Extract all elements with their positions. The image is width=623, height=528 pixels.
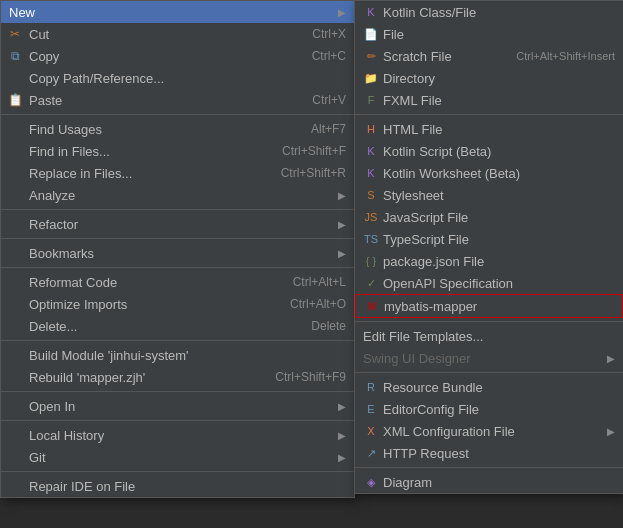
submenu-file[interactable]: 📄 File (355, 23, 623, 45)
find-usages-label: Find Usages (29, 122, 291, 137)
kotlin-worksheet-label: Kotlin Worksheet (Beta) (383, 166, 615, 181)
menu-item-rebuild[interactable]: Rebuild 'mapper.zjh' Ctrl+Shift+F9 (1, 366, 354, 388)
resource-bundle-icon: R (363, 379, 379, 395)
rebuild-shortcut: Ctrl+Shift+F9 (275, 370, 346, 384)
js-label: JavaScript File (383, 210, 615, 225)
resource-bundle-label: Resource Bundle (383, 380, 615, 395)
stylesheet-label: Stylesheet (383, 188, 615, 203)
fxml-label: FXML File (383, 93, 615, 108)
submenu-xml-config[interactable]: X XML Configuration File ▶ (355, 420, 623, 442)
submenu-kotlin-class[interactable]: K Kotlin Class/File (355, 1, 623, 23)
directory-label: Directory (383, 71, 615, 86)
rebuild-label: Rebuild 'mapper.zjh' (29, 370, 255, 385)
submenu-http-request[interactable]: ↗ HTTP Request (355, 442, 623, 464)
scratch-file-shortcut: Ctrl+Alt+Shift+Insert (516, 50, 615, 62)
scratch-file-label: Scratch File (383, 49, 506, 64)
ts-label: TypeScript File (383, 232, 615, 247)
submenu-openapi[interactable]: ✓ OpenAPI Specification (355, 272, 623, 294)
submenu-kotlin-script[interactable]: K Kotlin Script (Beta) (355, 140, 623, 162)
ts-file-icon: TS (363, 231, 379, 247)
menu-item-refactor[interactable]: Refactor ▶ (1, 213, 354, 235)
delete-shortcut: Delete (311, 319, 346, 333)
menu-item-reformat-code[interactable]: Reformat Code Ctrl+Alt+L (1, 271, 354, 293)
paste-label: Paste (29, 93, 292, 108)
submenu-directory[interactable]: 📁 Directory (355, 67, 623, 89)
xml-config-arrow: ▶ (607, 426, 615, 437)
directory-icon: 📁 (363, 70, 379, 86)
menu-item-analyze[interactable]: Analyze ▶ (1, 184, 354, 206)
menu-item-local-history[interactable]: Local History ▶ (1, 424, 354, 446)
menu-item-optimize-imports[interactable]: Optimize Imports Ctrl+Alt+O (1, 293, 354, 315)
analyze-label: Analyze (29, 188, 334, 203)
edit-file-templates-label: Edit File Templates... (363, 329, 615, 344)
menu-item-cut[interactable]: ✂ Cut Ctrl+X (1, 23, 354, 45)
menu-item-find-usages[interactable]: Find Usages Alt+F7 (1, 118, 354, 140)
sub-separator-1 (355, 114, 623, 115)
submenu-html-file[interactable]: H HTML File (355, 118, 623, 140)
separator-2 (1, 209, 354, 210)
submenu-stylesheet[interactable]: S Stylesheet (355, 184, 623, 206)
submenu-diagram[interactable]: ◈ Diagram (355, 471, 623, 493)
diagram-icon: ◈ (363, 474, 379, 490)
js-file-icon: JS (363, 209, 379, 225)
kotlin-script-label: Kotlin Script (Beta) (383, 144, 615, 159)
copy-icon: ⧉ (7, 48, 23, 64)
reformat-code-label: Reformat Code (29, 275, 273, 290)
editorconfig-icon: E (363, 401, 379, 417)
cut-label: Cut (29, 27, 292, 42)
menu-item-git[interactable]: Git ▶ (1, 446, 354, 468)
local-history-arrow: ▶ (338, 430, 346, 441)
menu-item-paste[interactable]: 📋 Paste Ctrl+V (1, 89, 354, 111)
submenu-resource-bundle[interactable]: R Resource Bundle (355, 376, 623, 398)
menu-item-bookmarks[interactable]: Bookmarks ▶ (1, 242, 354, 264)
package-json-label: package.json File (383, 254, 615, 269)
context-menu: New ▶ ✂ Cut Ctrl+X ⧉ Copy Ctrl+C Copy Pa… (0, 0, 355, 498)
http-request-icon: ↗ (363, 445, 379, 461)
submenu-package-json[interactable]: { } package.json File (355, 250, 623, 272)
submenu-mybatis-mapper[interactable]: M mybatis-mapper (355, 294, 623, 318)
git-arrow: ▶ (338, 452, 346, 463)
kotlin-class-label: Kotlin Class/File (383, 5, 615, 20)
submenu-editorconfig[interactable]: E EditorConfig File (355, 398, 623, 420)
find-in-files-label: Find in Files... (29, 144, 262, 159)
submenu-scratch-file[interactable]: ✏ Scratch File Ctrl+Alt+Shift+Insert (355, 45, 623, 67)
submenu-ts-file[interactable]: TS TypeScript File (355, 228, 623, 250)
submenu-kotlin-worksheet[interactable]: K Kotlin Worksheet (Beta) (355, 162, 623, 184)
replace-in-files-shortcut: Ctrl+Shift+R (281, 166, 346, 180)
find-usages-shortcut: Alt+F7 (311, 122, 346, 136)
submenu-edit-file-templates[interactable]: Edit File Templates... (355, 325, 623, 347)
menu-item-copy-path[interactable]: Copy Path/Reference... (1, 67, 354, 89)
diagram-label: Diagram (383, 475, 615, 490)
cut-shortcut: Ctrl+X (312, 27, 346, 41)
fxml-icon: F (363, 92, 379, 108)
copy-shortcut: Ctrl+C (312, 49, 346, 63)
html-label: HTML File (383, 122, 615, 137)
cut-icon: ✂ (7, 26, 23, 42)
menu-item-open-in[interactable]: Open In ▶ (1, 395, 354, 417)
menu-item-build-module[interactable]: Build Module 'jinhui-system' (1, 344, 354, 366)
menu-item-copy[interactable]: ⧉ Copy Ctrl+C (1, 45, 354, 67)
local-history-label: Local History (29, 428, 334, 443)
sub-separator-3 (355, 372, 623, 373)
mybatis-mapper-icon: M (364, 298, 380, 314)
submenu-new: K Kotlin Class/File 📄 File ✏ Scratch Fil… (354, 0, 623, 494)
sub-separator-4 (355, 467, 623, 468)
open-in-arrow: ▶ (338, 401, 346, 412)
menu-item-delete[interactable]: Delete... Delete (1, 315, 354, 337)
menu-item-new[interactable]: New ▶ (1, 1, 354, 23)
submenu-js-file[interactable]: JS JavaScript File (355, 206, 623, 228)
http-request-label: HTTP Request (383, 446, 615, 461)
git-label: Git (29, 450, 334, 465)
package-json-icon: { } (363, 253, 379, 269)
sub-separator-2 (355, 321, 623, 322)
html-file-icon: H (363, 121, 379, 137)
bookmarks-arrow: ▶ (338, 248, 346, 259)
swing-arrow: ▶ (607, 353, 615, 364)
menu-item-repair-ide[interactable]: Repair IDE on File (1, 475, 354, 497)
menu-item-replace-in-files[interactable]: Replace in Files... Ctrl+Shift+R (1, 162, 354, 184)
submenu-fxml-file[interactable]: F FXML File (355, 89, 623, 111)
open-in-label: Open In (29, 399, 334, 414)
menu-item-find-in-files[interactable]: Find in Files... Ctrl+Shift+F (1, 140, 354, 162)
xml-config-icon: X (363, 423, 379, 439)
refactor-arrow: ▶ (338, 219, 346, 230)
